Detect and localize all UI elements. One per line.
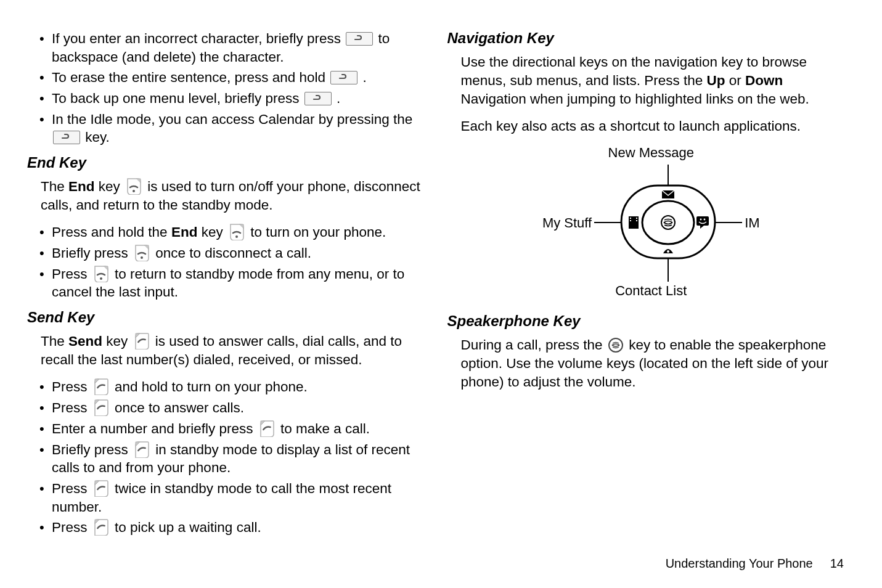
back-key-icon	[346, 32, 373, 46]
list-item: Press twice in standby mode to call the …	[52, 480, 424, 516]
text-bold: End	[68, 179, 95, 194]
send-key-heading: Send Key	[27, 309, 424, 326]
text: and hold to turn on your phone.	[111, 379, 308, 394]
end-key-icon	[228, 223, 245, 240]
list-item: Press and hold to turn on your phone.	[52, 378, 424, 396]
text: Briefly press	[52, 442, 132, 457]
text: Press	[52, 379, 91, 394]
list-item: Enter a number and briefly press to make…	[52, 420, 424, 438]
text: to make a call.	[277, 421, 370, 436]
end-key-heading: End Key	[27, 154, 424, 171]
top-bullet-list: If you enter an incorrect character, bri…	[38, 30, 424, 147]
svg-point-7	[642, 201, 694, 244]
svg-point-10	[667, 250, 669, 253]
mystuff-icon	[629, 216, 639, 229]
send-key-icon	[92, 378, 110, 395]
svg-point-17	[700, 218, 702, 220]
svg-rect-13	[630, 220, 631, 221]
list-item: Briefly press once to disconnect a call.	[52, 244, 424, 263]
navigation-key-para1: Use the directional keys on the navigati…	[461, 53, 844, 108]
text-bold: Send	[68, 333, 102, 349]
end-key-intro: The End key is used to turn on/off your …	[41, 178, 424, 214]
send-key-icon	[92, 399, 110, 416]
text: Navigation when jumping to highlighted l…	[461, 91, 809, 107]
nav-key-graphic	[594, 165, 742, 282]
text: During a call, press the	[461, 337, 606, 353]
send-key-icon	[92, 480, 110, 497]
text: Briefly press	[52, 245, 132, 261]
text: In the Idle mode, you can access Calenda…	[52, 112, 412, 127]
speaker-icon	[608, 338, 623, 353]
text: key.	[85, 129, 110, 145]
text: .	[337, 91, 340, 106]
text: to pick up a waiting call.	[111, 520, 261, 535]
text: Press and hold the	[52, 224, 171, 240]
text: To erase the entire sentence, press and …	[52, 70, 329, 85]
list-item: If you enter an incorrect character, bri…	[52, 30, 424, 66]
send-key-intro: The Send key is used to answer calls, di…	[41, 332, 424, 369]
navigation-key-para2: Each key also acts as a shortcut to laun…	[461, 117, 844, 136]
list-item: Press to pick up a waiting call.	[52, 518, 424, 537]
list-item: Press to return to standby mode from any…	[52, 265, 424, 301]
list-item: Press once to answer calls.	[52, 399, 424, 417]
navigation-key-diagram: New Message My Stuff	[459, 145, 844, 299]
svg-rect-12	[630, 218, 631, 219]
list-item: To back up one menu level, briefly press…	[52, 89, 424, 108]
text: .	[363, 70, 367, 85]
text: or	[725, 73, 745, 88]
text: Press	[52, 520, 91, 535]
text: The	[41, 333, 68, 349]
svg-point-18	[704, 218, 706, 220]
nav-label-bottom: Contact List	[615, 283, 687, 299]
speakerphone-key-para: During a call, press the key to enable t…	[461, 336, 844, 391]
end-key-icon	[125, 178, 142, 195]
back-key-icon	[53, 131, 80, 144]
send-key-icon	[133, 332, 150, 349]
back-key-icon	[304, 92, 332, 105]
send-key-bullets: Press and hold to turn on your phone. Pr…	[38, 378, 424, 537]
svg-rect-14	[636, 218, 637, 219]
text: Press	[52, 400, 91, 415]
svg-rect-15	[636, 220, 637, 221]
text-bold: End	[171, 224, 198, 240]
page-footer: Understanding Your Phone 14	[0, 557, 882, 588]
text: key	[197, 224, 227, 240]
footer-page-number: 14	[830, 557, 844, 571]
text: once to answer calls.	[111, 400, 244, 415]
nav-label-right: IM	[745, 215, 759, 231]
text-bold: Down	[745, 73, 783, 88]
nav-label-top: New Message	[608, 145, 694, 161]
speakerphone-key-heading: Speakerphone Key	[447, 312, 844, 330]
send-key-icon	[258, 420, 276, 437]
list-item: To erase the entire sentence, press and …	[52, 68, 424, 87]
envelope-icon	[662, 190, 674, 198]
footer-section: Understanding Your Phone	[666, 557, 813, 571]
text: key	[95, 179, 125, 194]
send-key-icon	[92, 518, 110, 536]
back-key-icon	[330, 71, 357, 84]
navigation-key-heading: Navigation Key	[447, 30, 844, 47]
nav-label-left: My Stuff	[542, 215, 592, 231]
text: key	[102, 333, 132, 349]
text: Press	[52, 266, 91, 282]
text: Press	[52, 481, 91, 496]
end-key-icon	[133, 244, 150, 261]
text: To back up one menu level, briefly press	[52, 91, 303, 106]
text: once to disconnect a call.	[152, 245, 311, 261]
text: to turn on your phone.	[247, 224, 386, 240]
text: If you enter an incorrect character, bri…	[52, 31, 345, 46]
send-key-icon	[133, 441, 150, 458]
text-bold: Up	[706, 73, 725, 88]
svg-rect-16	[696, 216, 709, 226]
end-key-bullets: Press and hold the End key to turn on yo…	[38, 223, 424, 301]
list-item: Briefly press in standby mode to display…	[52, 441, 424, 477]
list-item: Press and hold the End key to turn on yo…	[52, 223, 424, 242]
list-item: In the Idle mode, you can access Calenda…	[52, 110, 424, 147]
text: Enter a number and briefly press	[52, 421, 257, 436]
end-key-icon	[92, 265, 110, 282]
text: The	[41, 179, 68, 194]
